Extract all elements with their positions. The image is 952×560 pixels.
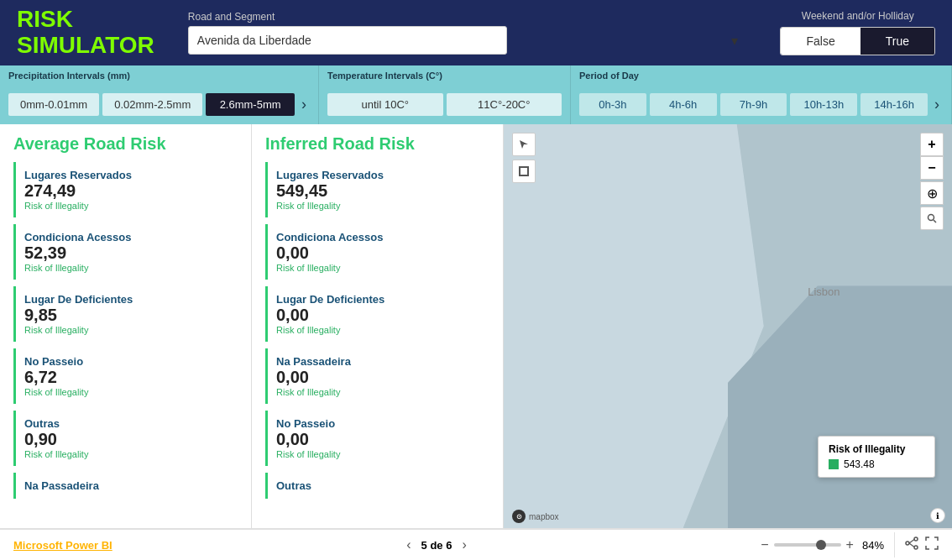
weekend-label: Weekend and/or Holliday bbox=[802, 10, 914, 22]
mapbox-logo: ⊙ bbox=[512, 510, 526, 523]
inf-label-0: Lugares Reservados bbox=[276, 169, 489, 181]
avg-label-4: Outras bbox=[24, 417, 238, 430]
next-page-button[interactable]: › bbox=[462, 537, 466, 552]
temp-chip-1[interactable]: 11C°-20C° bbox=[447, 93, 562, 116]
svg-point-5 bbox=[906, 542, 909, 545]
avg-sub-2: Risk of Illegality bbox=[24, 325, 238, 335]
precip-chip-0[interactable]: 0mm-0.01mm bbox=[8, 93, 99, 116]
avg-label-2: Lugar De Deficientes bbox=[24, 293, 238, 306]
avg-item-4: Outras 0,90 Risk of Illegality bbox=[13, 411, 238, 466]
svg-point-1 bbox=[928, 215, 934, 221]
average-road-risk-title: Average Road Risk bbox=[13, 134, 238, 154]
period-chip-3[interactable]: 10h-13h bbox=[790, 93, 857, 116]
avg-item-3: No Passeio 6,72 Risk of Illegality bbox=[13, 348, 238, 404]
zoom-slider[interactable] bbox=[774, 543, 841, 547]
period-chip-4[interactable]: 14h-16h bbox=[860, 93, 928, 116]
avg-item-0: Lugares Reservados 274,49 Risk of Illega… bbox=[13, 162, 238, 217]
map-area: + − ⊕ Lisbon Risk of Illegality 543.48 ⊙… bbox=[504, 124, 952, 528]
avg-value-2: 9,85 bbox=[24, 306, 238, 325]
weekend-section: Weekend and/or Holliday False True bbox=[780, 10, 935, 55]
footer-navigation: ‹ 5 de 6 › bbox=[406, 537, 467, 552]
road-segment-section: Road and Segment Avenida da Liberdade bbox=[188, 11, 747, 55]
zoom-in-button[interactable]: + bbox=[920, 133, 944, 156]
prev-page-button[interactable]: ‹ bbox=[406, 537, 411, 552]
map-tooltip: Risk of Illegality 543.48 bbox=[818, 436, 935, 478]
map-square-button[interactable] bbox=[512, 160, 536, 183]
footer-divider bbox=[894, 532, 895, 557]
road-segment-label: Road and Segment bbox=[188, 11, 747, 23]
avg-label-1: Condiciona Acessos bbox=[24, 231, 238, 243]
inf-item-0: Lugares Reservados 549,45 Risk of Illega… bbox=[265, 162, 489, 217]
inf-sub-1: Risk of Illegality bbox=[276, 263, 489, 273]
precipitation-items: 0mm-0.01mm 0.02mm-2.5mm 2.6mm-5mm › bbox=[8, 84, 310, 124]
footer-brand[interactable]: Microsoft Power BI bbox=[13, 539, 112, 552]
svg-line-6 bbox=[909, 540, 914, 544]
zoom-out-button[interactable]: − bbox=[920, 156, 944, 180]
svg-point-3 bbox=[914, 537, 918, 541]
inf-value-3: 0,00 bbox=[276, 368, 489, 387]
avg-item-1: Condiciona Acessos 52,39 Risk of Illegal… bbox=[13, 224, 238, 280]
svg-point-4 bbox=[914, 546, 918, 549]
avg-label-5: Na Passadeira bbox=[24, 479, 238, 492]
precip-chip-1[interactable]: 0.02mm-2.5mm bbox=[102, 93, 202, 116]
main-content: Average Road Risk Lugares Reservados 274… bbox=[0, 124, 952, 528]
period-chip-2[interactable]: 7h-9h bbox=[720, 93, 787, 116]
avg-value-3: 6,72 bbox=[24, 368, 238, 387]
precipitation-section: Precipitation Intervals (mm) 0mm-0.01mm … bbox=[0, 65, 319, 124]
inf-sub-4: Risk of Illegality bbox=[276, 449, 489, 459]
period-arrow[interactable]: › bbox=[931, 96, 943, 113]
precip-chip-2[interactable]: 2.6mm-5mm bbox=[206, 93, 295, 116]
zoom-handle bbox=[816, 540, 826, 550]
tooltip-color-indicator bbox=[829, 459, 839, 469]
road-segment-select[interactable]: Avenida da Liberdade bbox=[188, 26, 507, 55]
precipitation-label: Precipitation Intervals (mm) bbox=[8, 71, 310, 81]
map-search-button[interactable] bbox=[920, 207, 944, 230]
map-shape-dark bbox=[728, 285, 952, 528]
avg-sub-1: Risk of Illegality bbox=[24, 263, 238, 273]
zoom-increase-button[interactable]: + bbox=[846, 537, 854, 552]
avg-value-0: 274,49 bbox=[24, 181, 238, 201]
inf-sub-3: Risk of Illegality bbox=[276, 387, 489, 397]
toggle-false-button[interactable]: False bbox=[781, 28, 860, 55]
map-city-label: Lisbon bbox=[808, 285, 840, 298]
inf-label-3: Na Passadeira bbox=[276, 355, 489, 368]
fullscreen-button[interactable] bbox=[925, 536, 939, 553]
inf-value-2: 0,00 bbox=[276, 306, 489, 325]
compass-button[interactable]: ⊕ bbox=[920, 181, 944, 205]
precip-arrow[interactable]: › bbox=[298, 96, 310, 113]
avg-label-3: No Passeio bbox=[24, 355, 238, 368]
inf-item-2: Lugar De Deficientes 0,00 Risk of Illega… bbox=[265, 286, 489, 342]
page-indicator: 5 de 6 bbox=[421, 539, 452, 552]
inf-value-4: 0,00 bbox=[276, 430, 489, 449]
inf-sub-0: Risk of Illegality bbox=[276, 201, 489, 211]
inf-value-1: 0,00 bbox=[276, 243, 489, 263]
share-button[interactable] bbox=[905, 536, 918, 553]
inf-sub-2: Risk of Illegality bbox=[276, 325, 489, 335]
footer-right: − + 84% bbox=[761, 532, 939, 557]
inf-item-4: No Passeio 0,00 Risk of Illegality bbox=[265, 411, 489, 466]
mapbox-text: mapbox bbox=[529, 512, 559, 521]
period-section: Period of Day 0h-3h 4h-6h 7h-9h 10h-13h … bbox=[571, 65, 952, 124]
inf-label-1: Condiciona Acessos bbox=[276, 231, 489, 243]
inf-label-2: Lugar De Deficientes bbox=[276, 293, 489, 306]
zoom-percent-label: 84% bbox=[862, 539, 884, 552]
zoom-decrease-button[interactable]: − bbox=[761, 537, 768, 552]
avg-sub-3: Risk of Illegality bbox=[24, 387, 238, 397]
footer: Microsoft Power BI ‹ 5 de 6 › − + 84% bbox=[0, 528, 952, 560]
temperature-items: until 10C° 11C°-20C° bbox=[327, 84, 562, 124]
header: RISK SIMULATOR Road and Segment Avenida … bbox=[0, 0, 952, 65]
avg-item-5: Na Passadeira bbox=[13, 473, 238, 499]
map-info-button[interactable]: ℹ bbox=[930, 508, 945, 523]
inf-item-3: Na Passadeira 0,00 Risk of Illegality bbox=[265, 348, 489, 404]
temperature-label: Temperature Intervals (C°) bbox=[327, 71, 562, 81]
map-cursor-button[interactable] bbox=[512, 133, 536, 156]
temp-chip-0[interactable]: until 10C° bbox=[327, 93, 443, 116]
inferred-road-risk-panel: Inferred Road Risk Lugares Reservados 54… bbox=[252, 124, 504, 528]
inf-label-5: Outras bbox=[276, 479, 489, 492]
period-chip-1[interactable]: 4h-6h bbox=[650, 93, 717, 116]
map-zoom-controls: + − ⊕ bbox=[920, 133, 944, 230]
weekend-toggle: False True bbox=[780, 27, 935, 55]
toggle-true-button[interactable]: True bbox=[860, 28, 934, 55]
avg-value-1: 52,39 bbox=[24, 243, 238, 263]
period-chip-0[interactable]: 0h-3h bbox=[579, 93, 646, 116]
